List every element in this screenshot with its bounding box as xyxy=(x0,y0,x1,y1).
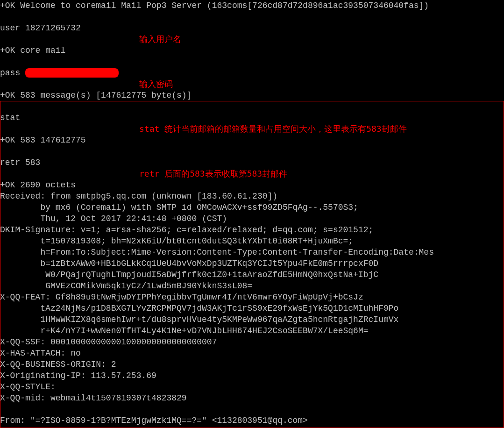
from-line: From: "=?ISO-8859-1?B?MTEzMjgwMzk1MQ==?=… xyxy=(0,404,504,428)
xqqfeat-line-3: 1HMwWKIZX8q6smehIwr+t/du8sprvHVue4ty5KMP… xyxy=(0,314,504,325)
retr-cmd: retr 583 xyxy=(0,158,40,167)
xqqfeat-line-2: tAz24NjMs/p1D8BXG7LYvZRCPMPQV7jdW3AKjTc1… xyxy=(0,303,504,314)
pass-cmd: pass xyxy=(0,68,25,78)
user-cmd-line: user 18271265732 输入用户名 xyxy=(0,11,504,45)
welcome-line: +OK Welcome to coremail Mail Pop3 Server… xyxy=(0,0,504,11)
xqqmid-line: X-QQ-mid: webmail4t1507819307t4823829 xyxy=(0,392,504,404)
xqqstyle-line: X-QQ-STYLE: xyxy=(0,381,504,392)
msg-count-line: +OK 583 message(s) [147612775 byte(s)] xyxy=(0,90,504,101)
user-cmd: user 18271265732 xyxy=(0,23,81,33)
dkim-line-5: W0/PQajrQTughLTmpjoudI5aDWjfrfk0c1Z0+1ta… xyxy=(0,269,504,280)
dkim-line-3: h=From:To:Subject:Mime-Version:Content-T… xyxy=(0,247,504,258)
dkim-line-2: t=1507819308; bh=N2xK6iU/bt0tcnt0dutSQ3t… xyxy=(0,235,504,247)
dkim-line-1: DKIM-Signature: v=1; a=rsa-sha256; c=rel… xyxy=(0,224,504,235)
stat-response-line: +OK 583 147612775 xyxy=(0,135,504,146)
terminal-output[interactable]: +OK Welcome to coremail Mail Pop3 Server… xyxy=(0,0,504,428)
stat-cmd: stat xyxy=(0,113,20,122)
dkim-line-6: GMVEzCOMikVm5qk1yCz/1Lwd5mBJ90YkknS3sL08… xyxy=(0,280,504,292)
password-redaction xyxy=(25,68,119,78)
pass-annotation: 输入密码 xyxy=(139,78,173,90)
xqqfeat-line-1: X-QQ-FEAT: Gf8h89u9tNwRjwDYIPPhYegibbvTg… xyxy=(0,292,504,303)
from-annotation: 发件人 xyxy=(364,426,390,428)
from-header: From: "=?ISO-8859-1?B?MTEzMjgwMzk1MQ==?=… xyxy=(0,416,308,425)
user-annotation: 输入用户名 xyxy=(139,34,181,45)
dkim-line-4: b=1zBtxAWw0+HB1bGLkkCq1UeU4bvVoMxDp3UZTK… xyxy=(0,258,504,269)
retr-annotation: retr 后面的583表示收取第583封邮件 xyxy=(139,168,287,179)
retr-response-line: +OK 2690 octets xyxy=(0,179,504,191)
xqqfeat-line-4: r+K4/nY7I+wwNen0TfHT4Ly4K1Ne+vD7VNJbLHH6… xyxy=(0,325,504,336)
stat-cmd-line: stat stat 统计当前邮箱的邮箱数量和占用空间大小，这里表示有583封邮件 xyxy=(0,101,504,135)
xhasattach-line: X-HAS-ATTACH: no xyxy=(0,348,504,359)
received-line-1: Received: from smtpbg5.qq.com (unknown [… xyxy=(0,191,504,202)
pass-cmd-line: pass 输入密码 xyxy=(0,56,504,90)
retr-cmd-line: retr 583 retr 后面的583表示收取第583封邮件 xyxy=(0,146,504,179)
received-line-3: Thu, 12 Oct 2017 22:41:48 +0800 (CST) xyxy=(0,213,504,224)
xqqbusiness-line: X-QQ-BUSINESS-ORIGIN: 2 xyxy=(0,359,504,370)
xqqssf-line: X-QQ-SSF: 000100000000001000000000000000… xyxy=(0,336,504,348)
received-line-2: by mx6 (Coremail) with SMTP id OMCowACXv… xyxy=(0,202,504,213)
user-response-line: +OK core mail xyxy=(0,45,504,56)
xoriginip-line: X-Originating-IP: 113.57.253.69 xyxy=(0,370,504,381)
stat-annotation: stat 统计当前邮箱的邮箱数量和占用空间大小，这里表示有583封邮件 xyxy=(139,123,407,135)
